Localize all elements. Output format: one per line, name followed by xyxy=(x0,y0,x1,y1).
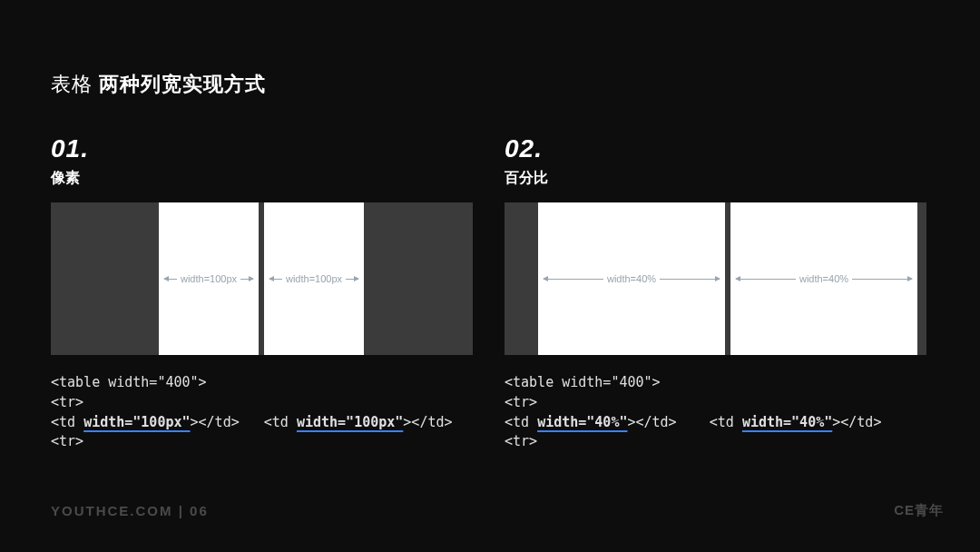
code-snippet-percent: <table width="400"> <tr> <td width="40%"… xyxy=(505,373,958,452)
code-line: <tr> xyxy=(505,393,958,413)
column-pixel: 01. 像素 width=100px width=100px <table wi… xyxy=(51,134,505,452)
pc-box-2-label: width=40% xyxy=(796,273,852,284)
code-line: <tr> xyxy=(505,432,958,452)
title-prefix: 表格 xyxy=(51,73,99,95)
footer-brand: CE青年 xyxy=(894,502,944,519)
code-line: <tr> xyxy=(51,432,505,452)
code-line: <table width="400"> xyxy=(505,373,958,393)
px-box-2-label: width=100px xyxy=(282,273,346,284)
diagram-percent: width=40% width=40% xyxy=(505,202,926,355)
footer-left: YOUTHCE.COM | 06 xyxy=(51,503,209,518)
code-snippet-pixel: <table width="400"> <tr> <td width="100p… xyxy=(51,373,505,452)
code-line: <td width="40%"></td> <td width="40%"></… xyxy=(505,413,958,433)
footer-site: YOUTHCE.COM xyxy=(51,503,173,518)
px-box-1: width=100px xyxy=(159,202,259,355)
footer: YOUTHCE.COM | 06 CE青年 xyxy=(51,502,944,519)
section-subtitle-2: 百分比 xyxy=(505,169,958,188)
footer-page: 06 xyxy=(190,503,209,518)
code-line: <table width="400"> xyxy=(51,373,505,393)
px-box-2: width=100px xyxy=(264,202,364,355)
columns: 01. 像素 width=100px width=100px <table wi… xyxy=(51,134,980,452)
section-number-2: 02. xyxy=(505,134,958,163)
pc-box-2: width=40% xyxy=(730,202,917,355)
slide-title: 表格 两种列宽实现方式 xyxy=(51,71,266,98)
column-percent: 02. 百分比 width=40% width=40% <table width… xyxy=(505,134,958,452)
pc-box-1-label: width=40% xyxy=(603,273,660,284)
code-line: <td width="100px"></td> <td width="100px… xyxy=(51,413,505,433)
diagram-pixel: width=100px width=100px xyxy=(51,202,473,355)
pc-box-1: width=40% xyxy=(538,202,725,355)
px-box-1-label: width=100px xyxy=(177,273,240,284)
section-subtitle-1: 像素 xyxy=(51,169,505,188)
footer-sep: | xyxy=(173,503,191,518)
code-line: <tr> xyxy=(51,393,505,413)
title-main: 两种列宽实现方式 xyxy=(99,73,266,95)
section-number-1: 01. xyxy=(51,134,505,163)
